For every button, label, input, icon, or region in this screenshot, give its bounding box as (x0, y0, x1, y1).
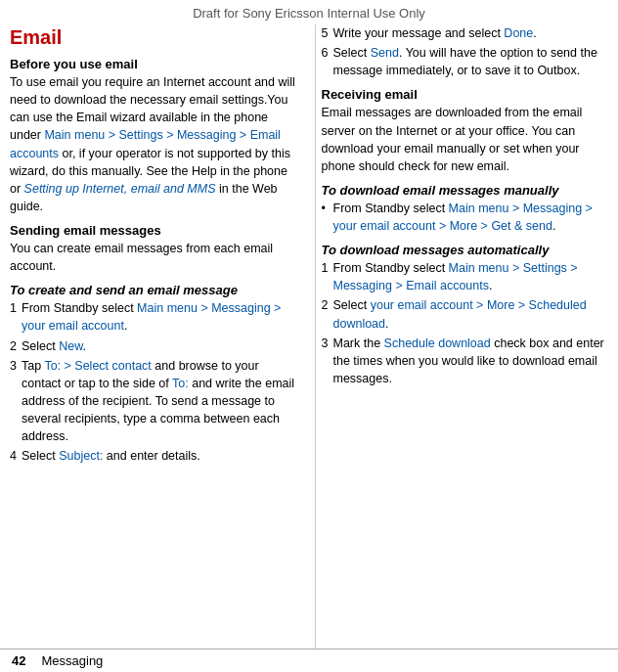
step-num-5: 5 (322, 24, 329, 42)
download-auto-heading: To download messages automatically (322, 243, 609, 257)
step-6: 6 Select Send. You will have the option … (322, 44, 609, 79)
right-steps-top: 5 Write your message and select Done. 6 … (322, 24, 609, 79)
step2-link: New (59, 339, 82, 353)
draft-header: Draft for Sony Ericsson Internal Use Onl… (0, 0, 618, 24)
step6-link: Send (371, 46, 399, 60)
step3-link1: To: > Select contact (44, 359, 151, 373)
before-heading: Before you use email (10, 57, 297, 71)
left-column: Email Before you use email To use email … (10, 24, 303, 649)
step5-link: Done (504, 26, 533, 40)
footer-bar: 42 Messaging (0, 649, 618, 672)
step3-link2: To: (172, 377, 189, 390)
da-step-3: 3 Mark the Schedule download check box a… (322, 335, 609, 387)
step-num-3: 3 (10, 357, 17, 375)
da-step-num-1: 1 (322, 259, 329, 277)
step-4: 4 Select Subject: and enter details. (10, 447, 297, 465)
footer-page-number: 42 (12, 653, 25, 668)
step6-text1: Select (333, 46, 371, 60)
draft-label: Draft for Sony Ericsson Internal Use Onl… (193, 6, 425, 21)
step4-text1: Select (22, 449, 59, 463)
receiving-body: Email messages are downloaded from the e… (322, 104, 609, 175)
step1-text1: From Standby select (22, 301, 137, 315)
download-auto-steps: 1 From Standby select Main menu > Settin… (322, 259, 609, 387)
da2-text1: Select (333, 298, 371, 312)
step-num-6: 6 (322, 44, 329, 62)
step5-text1: Write your message and select (333, 26, 505, 40)
page-container: Draft for Sony Ericsson Internal Use Onl… (0, 0, 618, 672)
da2-text2: . (385, 317, 388, 331)
da2-link: your email account > More > Scheduled do… (333, 298, 587, 330)
da-step-num-2: 2 (322, 296, 329, 314)
step2-text1: Select (22, 339, 59, 353)
da-step-1: 1 From Standby select Main menu > Settin… (322, 259, 609, 294)
download-manual-item: From Standby select Main menu > Messagin… (322, 200, 609, 235)
step-5: 5 Write your message and select Done. (322, 24, 609, 42)
step-1: 1 From Standby select Main menu > Messag… (10, 299, 297, 335)
page-title: Email (10, 26, 297, 49)
step-3: 3 Tap To: > Select contact and browse to… (10, 357, 297, 446)
da1-text1: From Standby select (333, 261, 449, 275)
before-link2: Setting up Internet, email and MMS (24, 182, 216, 196)
step1-text2: . (124, 319, 127, 333)
da-step-2: 2 Select your email account > More > Sch… (322, 296, 609, 332)
before-body: To use email you require an Internet acc… (10, 73, 297, 215)
right-column: 5 Write your message and select Done. 6 … (315, 24, 609, 649)
content-area: Email Before you use email To use email … (0, 24, 618, 649)
da1-text2: . (489, 279, 492, 292)
step-2: 2 Select New. (10, 337, 297, 355)
footer-section: Messaging (41, 653, 103, 668)
step5-text2: . (533, 26, 536, 40)
create-heading: To create and send an email message (10, 283, 297, 297)
download-manual-heading: To download email messages manually (322, 183, 609, 198)
step3-text1: Tap (22, 359, 44, 373)
step-num-2: 2 (10, 337, 17, 355)
sending-body: You can create email messages from each … (10, 240, 297, 275)
step4-text2: and enter details. (103, 449, 199, 463)
sending-heading: Sending email messages (10, 223, 297, 238)
dm-text1: From Standby select (333, 202, 449, 215)
receiving-heading: Receiving email (322, 87, 609, 102)
step-num-4: 4 (10, 447, 17, 465)
dm-text2: . (552, 219, 555, 233)
step2-text2: . (83, 339, 86, 353)
da-step-num-3: 3 (322, 335, 329, 352)
da3-link: Schedule download (384, 336, 491, 350)
create-steps: 1 From Standby select Main menu > Messag… (10, 299, 297, 465)
step4-link: Subject: (59, 449, 103, 463)
step-num-1: 1 (10, 299, 17, 317)
download-manual-list: From Standby select Main menu > Messagin… (322, 200, 609, 235)
da3-text1: Mark the (333, 336, 384, 350)
